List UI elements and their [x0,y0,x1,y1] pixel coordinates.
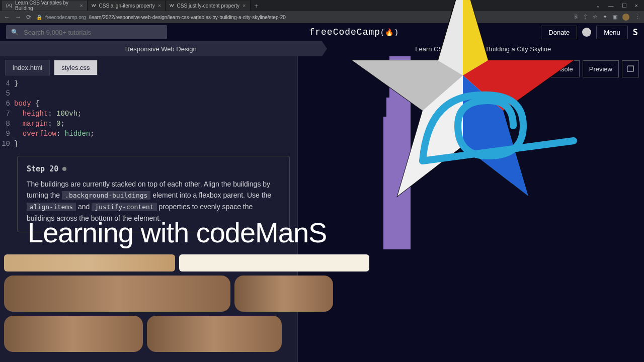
code-editor[interactable]: 4} 5 6body { 7 height: 100vh; 8 margin: … [0,78,297,149]
overlay-bricks [4,254,369,356]
chevron-down-icon[interactable]: ⌄ [596,3,600,9]
fcc-logo[interactable]: freeCodeCamp(🔥) [309,27,398,37]
url-path: /learn/2022/responsive-web-design/learn-… [89,15,286,20]
browser-tab-0[interactable]: (A) Learn CSS Variables by Building × [2,1,88,11]
tab-bar: (A) Learn CSS Variables by Building × W … [0,0,644,11]
streak-icon[interactable]: S [633,27,638,37]
overlay-title: Learning with codeManS [28,216,327,249]
install-icon[interactable]: ⎘ [575,14,578,21]
close-icon[interactable]: × [158,3,161,9]
file-tabs: index.html styles.css [0,56,297,78]
url-host: freecodecamp.org [45,15,86,20]
close-window-icon[interactable]: × [635,3,638,9]
close-icon[interactable]: × [80,3,83,9]
line-number: 8 [0,119,14,129]
donate-button[interactable]: Donate [541,26,577,39]
bookmark-icon[interactable]: ☆ [593,14,598,21]
line-number: 7 [0,109,14,119]
tab-label: CSS align-items property [99,3,155,9]
tab-label: CSS justify-content property [177,3,240,9]
tab-styles-css[interactable]: styles.css [54,60,97,75]
browser-tab-2[interactable]: W CSS justify-content property × [166,1,250,11]
search-box[interactable]: 🔍 [6,25,167,39]
browser-chrome: (A) Learn CSS Variables by Building × W … [0,0,644,23]
breadcrumb-right[interactable]: Learn CSS Variables by Building a City S… [323,41,645,56]
new-tab-button[interactable]: + [251,2,263,10]
line-number: 5 [0,88,14,99]
tab-favicon: (A) [6,3,12,8]
search-input[interactable] [24,29,162,36]
building [389,56,411,80]
line-number: 4 [0,78,14,88]
minimize-icon[interactable]: — [608,3,614,9]
browser-tab-1[interactable]: W CSS align-items property × [88,1,166,11]
kebab-menu-icon[interactable]: ⋮ [634,14,640,21]
tab-index-html[interactable]: index.html [5,60,50,75]
fire-icon: (🔥) [380,29,399,37]
status-dot-icon [62,167,66,171]
fcc-header: 🔍 freeCodeCamp(🔥) Donate Menu S [0,23,644,41]
reload-icon[interactable]: ⟳ [26,14,31,21]
line-number: 10 [0,139,14,149]
step-title: Step 20 [27,164,280,173]
window-icon[interactable]: ▣ [612,14,617,21]
line-number: 9 [0,129,14,139]
preview-output [383,56,414,257]
profile-avatar[interactable] [622,14,629,21]
back-icon[interactable]: ← [4,14,10,21]
building [386,98,411,117]
extensions-icon[interactable]: ✦ [603,14,607,21]
url-input[interactable]: 🔒 freecodecamp.org/learn/2022/responsive… [36,15,286,20]
language-button[interactable] [582,28,591,37]
breadcrumb: Responsive Web Design Learn CSS Variable… [0,41,644,56]
breadcrumb-left[interactable]: Responsive Web Design [0,41,323,56]
preview-button[interactable]: Preview [583,60,619,77]
tab-favicon: W [170,3,174,8]
forward-icon[interactable]: → [15,14,21,21]
tab-favicon: W [92,3,96,8]
close-icon[interactable]: × [243,3,246,9]
building [389,80,406,98]
address-bar: ← → ⟳ 🔒 freecodecamp.org/learn/2022/resp… [0,11,644,23]
share-icon[interactable]: ⇪ [583,14,588,21]
search-icon: 🔍 [11,29,19,36]
line-number: 6 [0,99,14,109]
menu-button[interactable]: Menu [596,26,628,39]
tab-label: Learn CSS Variables by Building [15,0,77,11]
window-controls: ⌄ — ☐ × [596,3,644,9]
lock-icon: 🔒 [36,15,42,20]
maximize-icon[interactable]: ☐ [622,3,627,9]
console-button[interactable]: Console [542,60,580,77]
popout-icon[interactable]: ❐ [622,60,639,77]
building [383,117,411,249]
